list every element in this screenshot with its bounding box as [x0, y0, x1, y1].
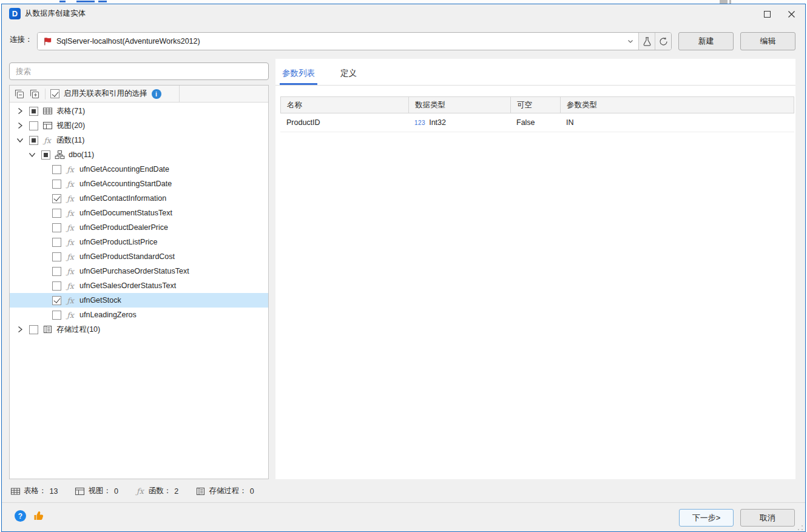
tree-row[interactable]: ufnGetStock [10, 293, 268, 308]
tree-row[interactable]: ufnGetProductDealerPrice [10, 220, 268, 235]
tree-item-label: 表格(71) [56, 106, 85, 116]
checkbox[interactable] [52, 209, 61, 218]
info-icon[interactable] [152, 89, 161, 99]
schema-tree-panel: 启用关联表和引用的选择 表格(71) 视图(20) 函数(11) dbo(11)… [9, 85, 269, 479]
fx-icon [65, 252, 76, 262]
edit-connection-button[interactable]: 编辑 [740, 32, 795, 50]
tree-row[interactable]: 表格(71) [10, 104, 268, 118]
thumbs-up-icon[interactable] [33, 510, 45, 522]
checkbox[interactable] [52, 267, 61, 276]
chevron-right-icon[interactable] [15, 106, 25, 116]
fx-icon [135, 486, 146, 496]
checkbox[interactable] [52, 165, 61, 174]
checkbox[interactable] [29, 325, 38, 334]
chevron-right-icon[interactable] [15, 120, 25, 131]
tree-row[interactable]: ufnGetSalesOrderStatusText [10, 278, 268, 293]
enable-related-checkbox[interactable] [50, 89, 59, 98]
close-icon [788, 10, 795, 18]
view-icon [74, 486, 85, 496]
maximize-icon [764, 11, 771, 18]
connection-value: SqlServer-localhost(AdventureWorks2012) [56, 37, 200, 45]
checkbox[interactable] [29, 107, 38, 116]
checkbox[interactable] [29, 136, 38, 145]
app-logo-icon [9, 8, 21, 19]
tree-row[interactable]: 视图(20) [10, 118, 268, 133]
table-icon [42, 106, 53, 116]
tab-parameters[interactable]: 参数列表 [280, 68, 317, 85]
column-header[interactable]: 名称 [281, 97, 409, 113]
connection-combobox[interactable]: SqlServer-localhost(AdventureWorks2012) [38, 33, 623, 50]
resize-grip[interactable] [797, 525, 803, 531]
next-step-button[interactable]: 下一步> [679, 509, 734, 527]
tree-item-label: 存储过程(10) [56, 325, 100, 335]
refresh-icon [658, 36, 669, 47]
table-header-row: 名称数据类型可空参数类型 [280, 96, 794, 113]
param-direction-cell: IN [560, 113, 794, 132]
tab-definition[interactable]: 定义 [338, 68, 359, 85]
chevron-down-icon[interactable] [15, 135, 25, 146]
fx-icon [65, 208, 76, 218]
tree-item-label: 视图(20) [56, 121, 85, 131]
maximize-button[interactable] [755, 4, 778, 24]
expand-all-button[interactable] [29, 89, 40, 99]
checkbox[interactable] [41, 150, 50, 160]
table-icon [10, 486, 21, 496]
column-header[interactable]: 参数类型 [561, 97, 794, 113]
column-header[interactable]: 数据类型 [409, 97, 511, 113]
checkbox[interactable] [52, 223, 61, 232]
cancel-button[interactable]: 取消 [740, 509, 795, 527]
tree-item-label: ufnGetProductListPrice [79, 238, 158, 246]
fx-icon [65, 310, 76, 320]
schema-icon [54, 150, 65, 160]
status-label: 存储过程： [209, 486, 247, 496]
tree-item-label: ufnGetProductDealerPrice [79, 223, 168, 232]
tree-row[interactable]: dbo(11) [10, 147, 268, 162]
checkbox[interactable] [52, 281, 61, 291]
combo-chevron-icon[interactable] [623, 33, 638, 50]
tree-row[interactable]: ufnGetProductStandardCost [10, 249, 268, 264]
title-bar[interactable]: 从数据库创建实体 [2, 4, 805, 24]
checkbox[interactable] [52, 296, 61, 305]
table-row[interactable]: ProductID123Int32FalseIN [280, 113, 794, 132]
collapse-all-button[interactable] [14, 89, 25, 99]
close-button[interactable] [780, 4, 803, 24]
details-panel: 参数列表定义 名称数据类型可空参数类型 ProductID123Int32Fal… [275, 59, 795, 479]
search-input[interactable] [9, 62, 269, 80]
tree-row[interactable]: ufnGetContactInformation [10, 191, 268, 206]
chevron-down-icon[interactable] [27, 149, 38, 160]
help-icon[interactable] [15, 510, 26, 522]
status-label: 视图： [88, 486, 111, 496]
connection-combobox-group: SqlServer-localhost(AdventureWorks2012) [37, 32, 672, 50]
tree-row[interactable]: ufnGetProductListPrice [10, 235, 268, 249]
tree-item-label: ufnGetProductStandardCost [79, 252, 175, 261]
checkbox[interactable] [52, 252, 61, 261]
tree-row[interactable]: ufnLeadingZeros [10, 308, 268, 322]
chevron-right-icon[interactable] [15, 324, 25, 335]
column-header[interactable]: 可空 [511, 97, 561, 113]
checkbox[interactable] [29, 121, 38, 130]
test-connection-button[interactable] [638, 33, 655, 50]
status-bar: 表格： 13 视图： 0 函数： 2 存储过程： 0 [2, 480, 805, 502]
tree-row[interactable]: ufnGetAccountingStartDate [10, 177, 268, 191]
refresh-connection-button[interactable] [655, 33, 671, 50]
fx-icon [65, 266, 76, 277]
tree-row[interactable]: ufnGetDocumentStatusText [10, 206, 268, 220]
checkbox[interactable] [52, 311, 61, 320]
tree-row[interactable]: 函数(11) [10, 133, 268, 147]
tree-item-label: ufnGetDocumentStatusText [79, 209, 172, 217]
tree-row[interactable]: ufnGetAccountingEndDate [10, 162, 268, 177]
checkbox[interactable] [52, 238, 61, 247]
checkbox[interactable] [52, 180, 61, 189]
tree-row[interactable]: 存储过程(10) [10, 322, 268, 337]
fx-icon [65, 223, 76, 233]
fx-icon [65, 281, 76, 291]
tree-item-label: ufnGetPurchaseOrderStatusText [79, 267, 189, 275]
new-connection-button[interactable]: 新建 [678, 32, 734, 50]
tree-item-label: ufnGetSalesOrderStatusText [79, 281, 176, 290]
checkbox[interactable] [52, 194, 61, 203]
tree-item-label: dbo(11) [69, 150, 94, 159]
background-artifact [76, 1, 95, 2]
tree-row[interactable]: ufnGetPurchaseOrderStatusText [10, 264, 268, 278]
tree-item-label: ufnGetAccountingEndDate [79, 165, 169, 173]
param-type-cell: 123Int32 [408, 113, 510, 132]
